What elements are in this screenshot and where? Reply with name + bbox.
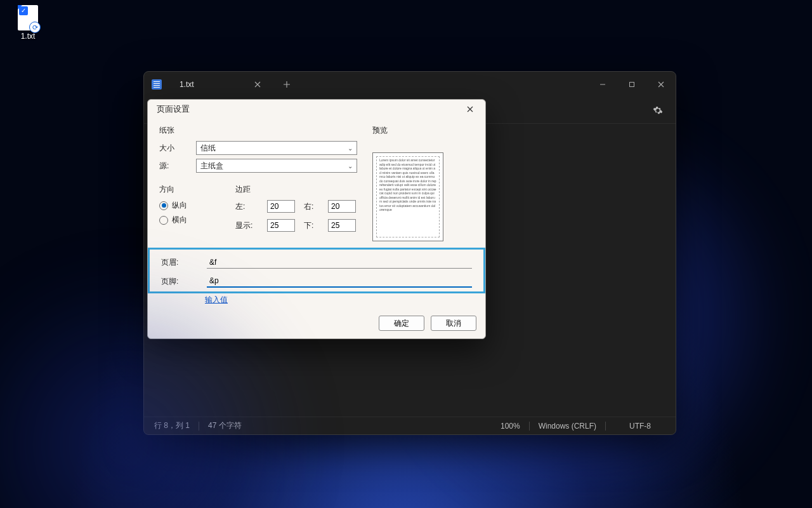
maximize-icon — [629, 81, 635, 88]
status-zoom[interactable]: 100% — [501, 422, 520, 431]
chevron-down-icon: ⌄ — [348, 163, 353, 170]
input-values-link[interactable]: 输入值 — [205, 295, 474, 305]
minimize-button[interactable] — [588, 72, 617, 97]
margin-left-label: 左: — [235, 201, 259, 212]
status-char-count: 47 个字符 — [208, 420, 242, 431]
portrait-radio[interactable]: 纵向 — [159, 200, 216, 211]
preview-section-label: 预览 — [372, 125, 474, 136]
margin-top-label: 显示: — [235, 220, 259, 231]
sync-badge-icon: ⟳ — [29, 22, 41, 33]
chevron-down-icon: ⌄ — [348, 145, 353, 152]
cancel-button[interactable]: 取消 — [431, 316, 476, 331]
paper-source-select[interactable]: 主纸盒 ⌄ — [196, 159, 357, 173]
status-encoding[interactable]: UTF-8 — [615, 422, 665, 431]
maximize-button[interactable] — [617, 72, 646, 97]
source-label: 源: — [159, 161, 196, 171]
text-file-icon: ✓ ⟳ — [18, 5, 38, 30]
ok-button[interactable]: 确定 — [379, 316, 424, 331]
tab-title: 1.txt — [180, 80, 194, 89]
new-tab-button[interactable] — [277, 74, 297, 95]
margin-top-input[interactable] — [267, 219, 295, 232]
titlebar[interactable]: 1.txt — [144, 72, 676, 97]
paper-size-value: 信纸 — [200, 143, 216, 154]
gear-icon — [653, 105, 663, 116]
dialog-titlebar[interactable]: 页面设置 — [148, 100, 485, 119]
dialog-title: 页面设置 — [157, 104, 190, 115]
paper-section-label: 纸张 — [159, 125, 357, 136]
size-label: 大小 — [159, 143, 196, 154]
radio-icon — [159, 201, 168, 210]
landscape-label: 横向 — [172, 215, 187, 225]
svg-rect-0 — [630, 83, 634, 87]
margin-right-label: 右: — [304, 201, 320, 212]
dialog-close-button[interactable] — [461, 102, 479, 116]
close-icon — [254, 81, 261, 88]
margin-right-input[interactable] — [328, 200, 356, 213]
page-preview: Lorem ipsum dolor sit amet consectetur a… — [372, 152, 443, 241]
header-footer-highlighted-region: 页眉: 页脚: — [148, 248, 485, 293]
desktop-file-name: 1.txt — [9, 32, 47, 41]
notepad-app-icon — [152, 79, 162, 90]
paper-source-value: 主纸盒 — [200, 161, 223, 171]
paper-size-select[interactable]: 信纸 ⌄ — [196, 141, 357, 155]
landscape-radio[interactable]: 横向 — [159, 215, 216, 225]
header-input[interactable] — [207, 256, 472, 269]
tab-file[interactable]: 1.txt — [171, 74, 273, 95]
radio-icon — [159, 216, 168, 225]
footer-input[interactable] — [207, 275, 472, 288]
minimize-icon — [599, 81, 606, 88]
settings-button[interactable] — [648, 100, 668, 121]
margins-section-label: 边距 — [235, 184, 357, 195]
tab-close-button[interactable] — [251, 78, 264, 91]
status-bar: 行 8，列 1 47 个字符 100% Windows (CRLF) UTF-8 — [144, 417, 676, 434]
checkmark-badge: ✓ — [19, 6, 28, 15]
margin-bottom-input[interactable] — [328, 219, 356, 232]
plus-icon — [283, 81, 291, 88]
window-close-button[interactable] — [646, 72, 676, 97]
portrait-label: 纵向 — [172, 200, 187, 211]
desktop-file-icon[interactable]: ✓ ⟳ 1.txt — [9, 5, 47, 41]
footer-label: 页脚: — [161, 276, 207, 287]
page-setup-dialog: 页面设置 纸张 大小 信纸 ⌄ 源: 主纸盒 ⌄ — [147, 99, 486, 339]
status-eol[interactable]: Windows (CRLF) — [539, 422, 596, 431]
margin-bottom-label: 下: — [304, 220, 320, 231]
close-icon — [467, 106, 473, 112]
close-icon — [658, 81, 664, 88]
header-label: 页眉: — [161, 257, 207, 268]
margin-left-input[interactable] — [267, 200, 295, 213]
orientation-section-label: 方向 — [159, 184, 216, 195]
status-position: 行 8，列 1 — [154, 420, 190, 431]
